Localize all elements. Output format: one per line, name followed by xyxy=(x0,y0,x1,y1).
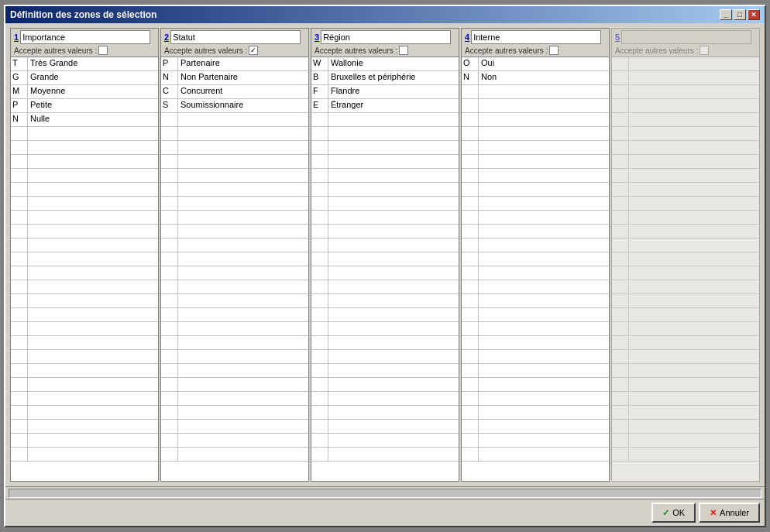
table-row[interactable] xyxy=(612,434,759,448)
cell-code-0-23[interactable] xyxy=(11,378,28,391)
table-row[interactable] xyxy=(311,266,459,280)
cell-value-2-24[interactable] xyxy=(328,392,459,405)
minimize-button[interactable]: _ xyxy=(720,9,732,20)
accepts-checkbox-5[interactable] xyxy=(700,46,709,55)
cell-code-1-28[interactable] xyxy=(161,448,178,461)
cell-code-1-3[interactable]: S xyxy=(161,99,178,112)
cell-value-2-20[interactable] xyxy=(328,336,459,349)
cell-value-3-8[interactable] xyxy=(479,169,609,182)
table-row[interactable] xyxy=(462,155,609,169)
table-row[interactable] xyxy=(311,225,459,239)
cell-code-4-11[interactable] xyxy=(612,211,629,224)
cell-code-2-12[interactable] xyxy=(311,225,328,238)
table-row[interactable] xyxy=(161,448,308,462)
cell-code-3-26[interactable] xyxy=(462,420,479,433)
cell-value-3-0[interactable]: Oui xyxy=(479,57,609,70)
table-row[interactable] xyxy=(612,322,759,336)
cell-code-1-19[interactable] xyxy=(161,322,178,335)
cell-value-3-2[interactable] xyxy=(479,85,609,98)
cell-value-0-24[interactable] xyxy=(28,392,158,405)
table-row[interactable] xyxy=(612,294,759,308)
table-row[interactable]: NNon Partenaire xyxy=(161,71,308,85)
cell-value-1-17[interactable] xyxy=(178,294,308,307)
table-row[interactable] xyxy=(462,225,609,239)
cell-code-1-10[interactable] xyxy=(161,197,178,210)
cell-value-3-27[interactable] xyxy=(479,434,609,447)
table-row[interactable] xyxy=(462,448,609,462)
table-row[interactable] xyxy=(11,406,158,420)
cell-code-1-24[interactable] xyxy=(161,392,178,405)
table-row[interactable] xyxy=(612,280,759,294)
cell-code-4-28[interactable] xyxy=(612,448,629,461)
cell-code-3-21[interactable] xyxy=(462,350,479,363)
cell-value-4-21[interactable] xyxy=(629,350,759,363)
cell-code-4-5[interactable] xyxy=(612,127,629,140)
cell-value-0-18[interactable] xyxy=(28,308,158,321)
cell-code-4-18[interactable] xyxy=(612,308,629,321)
cell-value-0-28[interactable] xyxy=(28,448,158,461)
table-row[interactable] xyxy=(11,183,158,197)
table-row[interactable] xyxy=(311,392,459,406)
table-row[interactable] xyxy=(11,434,158,448)
cell-value-1-21[interactable] xyxy=(178,350,308,363)
horizontal-scrollbar[interactable] xyxy=(9,489,761,498)
cell-code-0-19[interactable] xyxy=(11,322,28,335)
cell-value-0-12[interactable] xyxy=(28,225,158,238)
cell-code-1-27[interactable] xyxy=(161,434,178,447)
table-row[interactable] xyxy=(311,322,459,336)
table-row[interactable] xyxy=(161,322,308,336)
cell-value-0-20[interactable] xyxy=(28,336,158,349)
cell-code-1-9[interactable] xyxy=(161,183,178,196)
cell-value-2-13[interactable] xyxy=(328,239,459,252)
table-row[interactable] xyxy=(161,155,308,169)
table-row[interactable] xyxy=(161,378,308,392)
cell-code-0-18[interactable] xyxy=(11,308,28,321)
cell-value-2-0[interactable]: Wallonie xyxy=(328,57,459,70)
table-row[interactable] xyxy=(612,420,759,434)
cell-value-3-7[interactable] xyxy=(479,155,609,168)
table-row[interactable] xyxy=(11,392,158,406)
cell-value-1-5[interactable] xyxy=(178,127,308,140)
cell-code-0-24[interactable] xyxy=(11,392,28,405)
cell-value-0-14[interactable] xyxy=(28,252,158,266)
cell-value-3-10[interactable] xyxy=(479,197,609,210)
cell-value-0-17[interactable] xyxy=(28,294,158,307)
table-row[interactable] xyxy=(462,113,609,127)
cell-value-4-11[interactable] xyxy=(629,211,759,224)
table-row[interactable] xyxy=(612,141,759,155)
table-row[interactable] xyxy=(311,350,459,364)
cell-value-0-22[interactable] xyxy=(28,364,158,377)
cell-value-1-27[interactable] xyxy=(178,434,308,447)
cell-code-0-4[interactable]: N xyxy=(11,113,28,126)
cell-value-4-13[interactable] xyxy=(629,239,759,252)
cell-code-0-11[interactable] xyxy=(11,211,28,224)
cell-code-2-19[interactable] xyxy=(311,322,328,335)
table-row[interactable]: OOui xyxy=(462,57,609,71)
table-row[interactable] xyxy=(612,336,759,350)
table-row[interactable] xyxy=(612,85,759,99)
table-row[interactable] xyxy=(161,239,308,252)
table-row[interactable] xyxy=(462,280,609,294)
cell-code-4-16[interactable] xyxy=(612,280,629,293)
cell-code-3-4[interactable] xyxy=(462,113,479,126)
cell-code-1-0[interactable]: P xyxy=(161,57,178,70)
table-row[interactable] xyxy=(11,252,158,266)
cell-value-0-13[interactable] xyxy=(28,239,158,252)
cell-code-1-12[interactable] xyxy=(161,225,178,238)
table-row[interactable] xyxy=(612,350,759,364)
table-row[interactable] xyxy=(462,266,609,280)
table-row[interactable]: NNon xyxy=(462,71,609,85)
cell-value-4-23[interactable] xyxy=(629,378,759,391)
cell-value-2-6[interactable] xyxy=(328,141,459,154)
cell-code-2-20[interactable] xyxy=(311,336,328,349)
cell-value-4-5[interactable] xyxy=(629,127,759,140)
table-row[interactable] xyxy=(161,197,308,211)
cell-code-0-16[interactable] xyxy=(11,280,28,293)
table-row[interactable]: SSoumissionnaire xyxy=(161,99,308,113)
table-row[interactable] xyxy=(462,434,609,448)
cell-code-3-8[interactable] xyxy=(462,169,479,182)
cell-code-3-14[interactable] xyxy=(462,252,479,266)
table-row[interactable] xyxy=(11,294,158,308)
cell-value-0-10[interactable] xyxy=(28,197,158,210)
cell-value-2-3[interactable]: Étranger xyxy=(328,99,459,112)
